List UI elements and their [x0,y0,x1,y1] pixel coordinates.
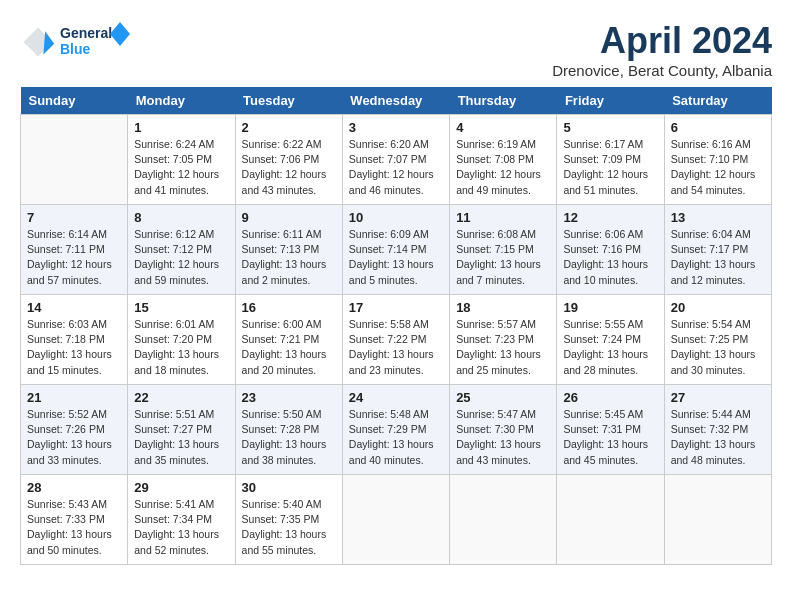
day-number: 26 [563,390,657,405]
calendar-day-cell: 6Sunrise: 6:16 AMSunset: 7:10 PMDaylight… [664,115,771,205]
day-number: 30 [242,480,336,495]
calendar-day-cell: 29Sunrise: 5:41 AMSunset: 7:34 PMDayligh… [128,475,235,565]
day-number: 13 [671,210,765,225]
calendar-day-cell: 9Sunrise: 6:11 AMSunset: 7:13 PMDaylight… [235,205,342,295]
calendar-day-cell: 2Sunrise: 6:22 AMSunset: 7:06 PMDaylight… [235,115,342,205]
month-title: April 2024 [552,20,772,62]
day-info: Sunrise: 5:43 AMSunset: 7:33 PMDaylight:… [27,497,121,558]
calendar-day-cell [342,475,449,565]
day-info: Sunrise: 5:48 AMSunset: 7:29 PMDaylight:… [349,407,443,468]
calendar-week-row: 7Sunrise: 6:14 AMSunset: 7:11 PMDaylight… [21,205,772,295]
day-info: Sunrise: 5:57 AMSunset: 7:23 PMDaylight:… [456,317,550,378]
day-number: 7 [27,210,121,225]
calendar-week-row: 1Sunrise: 6:24 AMSunset: 7:05 PMDaylight… [21,115,772,205]
calendar-day-cell: 25Sunrise: 5:47 AMSunset: 7:30 PMDayligh… [450,385,557,475]
calendar-day-cell: 30Sunrise: 5:40 AMSunset: 7:35 PMDayligh… [235,475,342,565]
weekday-header-saturday: Saturday [664,87,771,115]
calendar-day-cell: 17Sunrise: 5:58 AMSunset: 7:22 PMDayligh… [342,295,449,385]
calendar-day-cell: 19Sunrise: 5:55 AMSunset: 7:24 PMDayligh… [557,295,664,385]
day-number: 4 [456,120,550,135]
svg-text:Blue: Blue [60,41,91,57]
weekday-header-thursday: Thursday [450,87,557,115]
title-block: April 2024 Drenovice, Berat County, Alba… [552,20,772,79]
logo-icon [20,24,56,60]
day-info: Sunrise: 5:55 AMSunset: 7:24 PMDaylight:… [563,317,657,378]
day-info: Sunrise: 6:12 AMSunset: 7:12 PMDaylight:… [134,227,228,288]
day-info: Sunrise: 6:03 AMSunset: 7:18 PMDaylight:… [27,317,121,378]
calendar-day-cell [664,475,771,565]
day-info: Sunrise: 5:47 AMSunset: 7:30 PMDaylight:… [456,407,550,468]
weekday-header-row: SundayMondayTuesdayWednesdayThursdayFrid… [21,87,772,115]
day-number: 24 [349,390,443,405]
day-info: Sunrise: 5:40 AMSunset: 7:35 PMDaylight:… [242,497,336,558]
svg-text:General: General [60,25,112,41]
calendar-day-cell: 4Sunrise: 6:19 AMSunset: 7:08 PMDaylight… [450,115,557,205]
day-info: Sunrise: 6:19 AMSunset: 7:08 PMDaylight:… [456,137,550,198]
weekday-header-tuesday: Tuesday [235,87,342,115]
day-info: Sunrise: 6:04 AMSunset: 7:17 PMDaylight:… [671,227,765,288]
day-info: Sunrise: 5:54 AMSunset: 7:25 PMDaylight:… [671,317,765,378]
day-number: 18 [456,300,550,315]
calendar-day-cell: 22Sunrise: 5:51 AMSunset: 7:27 PMDayligh… [128,385,235,475]
day-number: 22 [134,390,228,405]
calendar-day-cell: 8Sunrise: 6:12 AMSunset: 7:12 PMDaylight… [128,205,235,295]
calendar-day-cell: 28Sunrise: 5:43 AMSunset: 7:33 PMDayligh… [21,475,128,565]
calendar-day-cell: 24Sunrise: 5:48 AMSunset: 7:29 PMDayligh… [342,385,449,475]
calendar-day-cell: 20Sunrise: 5:54 AMSunset: 7:25 PMDayligh… [664,295,771,385]
day-number: 16 [242,300,336,315]
day-number: 11 [456,210,550,225]
calendar-day-cell [450,475,557,565]
calendar-day-cell: 5Sunrise: 6:17 AMSunset: 7:09 PMDaylight… [557,115,664,205]
day-number: 10 [349,210,443,225]
day-info: Sunrise: 6:22 AMSunset: 7:06 PMDaylight:… [242,137,336,198]
day-info: Sunrise: 6:09 AMSunset: 7:14 PMDaylight:… [349,227,443,288]
day-number: 14 [27,300,121,315]
day-info: Sunrise: 6:20 AMSunset: 7:07 PMDaylight:… [349,137,443,198]
day-info: Sunrise: 5:50 AMSunset: 7:28 PMDaylight:… [242,407,336,468]
weekday-header-friday: Friday [557,87,664,115]
day-info: Sunrise: 6:24 AMSunset: 7:05 PMDaylight:… [134,137,228,198]
day-number: 20 [671,300,765,315]
day-number: 12 [563,210,657,225]
weekday-header-sunday: Sunday [21,87,128,115]
day-number: 3 [349,120,443,135]
day-info: Sunrise: 6:01 AMSunset: 7:20 PMDaylight:… [134,317,228,378]
calendar-week-row: 28Sunrise: 5:43 AMSunset: 7:33 PMDayligh… [21,475,772,565]
calendar-day-cell: 3Sunrise: 6:20 AMSunset: 7:07 PMDaylight… [342,115,449,205]
day-info: Sunrise: 5:58 AMSunset: 7:22 PMDaylight:… [349,317,443,378]
day-number: 27 [671,390,765,405]
day-info: Sunrise: 5:52 AMSunset: 7:26 PMDaylight:… [27,407,121,468]
day-number: 1 [134,120,228,135]
day-number: 15 [134,300,228,315]
calendar-day-cell: 12Sunrise: 6:06 AMSunset: 7:16 PMDayligh… [557,205,664,295]
day-number: 2 [242,120,336,135]
day-number: 25 [456,390,550,405]
day-number: 19 [563,300,657,315]
day-info: Sunrise: 6:14 AMSunset: 7:11 PMDaylight:… [27,227,121,288]
day-info: Sunrise: 6:06 AMSunset: 7:16 PMDaylight:… [563,227,657,288]
day-info: Sunrise: 6:11 AMSunset: 7:13 PMDaylight:… [242,227,336,288]
calendar-day-cell: 13Sunrise: 6:04 AMSunset: 7:17 PMDayligh… [664,205,771,295]
day-info: Sunrise: 6:16 AMSunset: 7:10 PMDaylight:… [671,137,765,198]
calendar-day-cell: 16Sunrise: 6:00 AMSunset: 7:21 PMDayligh… [235,295,342,385]
weekday-header-monday: Monday [128,87,235,115]
calendar-day-cell: 1Sunrise: 6:24 AMSunset: 7:05 PMDaylight… [128,115,235,205]
calendar-day-cell: 10Sunrise: 6:09 AMSunset: 7:14 PMDayligh… [342,205,449,295]
calendar-day-cell: 26Sunrise: 5:45 AMSunset: 7:31 PMDayligh… [557,385,664,475]
svg-marker-5 [110,22,130,46]
day-number: 21 [27,390,121,405]
day-number: 6 [671,120,765,135]
day-number: 17 [349,300,443,315]
day-number: 23 [242,390,336,405]
calendar-day-cell: 15Sunrise: 6:01 AMSunset: 7:20 PMDayligh… [128,295,235,385]
calendar-day-cell [21,115,128,205]
calendar-table: SundayMondayTuesdayWednesdayThursdayFrid… [20,87,772,565]
day-info: Sunrise: 6:17 AMSunset: 7:09 PMDaylight:… [563,137,657,198]
day-number: 9 [242,210,336,225]
page-header: General Blue April 2024 Drenovice, Berat… [20,20,772,79]
calendar-day-cell: 7Sunrise: 6:14 AMSunset: 7:11 PMDaylight… [21,205,128,295]
calendar-week-row: 21Sunrise: 5:52 AMSunset: 7:26 PMDayligh… [21,385,772,475]
day-info: Sunrise: 5:45 AMSunset: 7:31 PMDaylight:… [563,407,657,468]
day-info: Sunrise: 5:41 AMSunset: 7:34 PMDaylight:… [134,497,228,558]
day-number: 8 [134,210,228,225]
